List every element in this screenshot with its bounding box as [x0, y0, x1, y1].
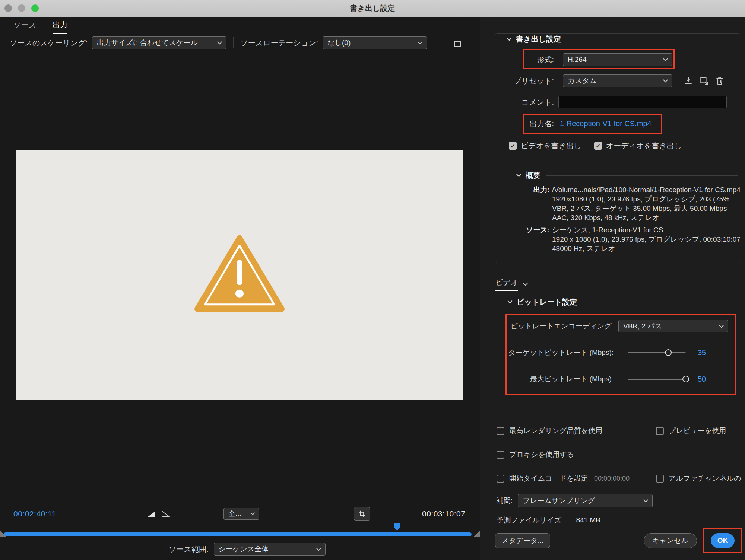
preview-swap-icon[interactable]: [451, 36, 466, 49]
metadata-button-label: メタデータ...: [502, 536, 544, 545]
use-proxies-row: プロキシを使用する: [497, 449, 574, 460]
slider-track[interactable]: [628, 379, 686, 380]
max-render-quality-label: 最高レンダリング品質を使用: [509, 426, 602, 436]
export-video-label: ビデオを書き出し: [521, 141, 581, 151]
export-settings-panel: 書き出し設定 形式: H.264 プリセット: カスタム: [480, 17, 745, 560]
chevron-down-icon[interactable]: [507, 300, 513, 304]
interpolation-row: 補間: フレームサンプリング: [497, 494, 653, 508]
target-bitrate-row: ターゲットビットレート (Mbps): 35: [480, 346, 706, 359]
out-point-icon: [162, 511, 170, 517]
summary-line: AAC, 320 Kbps, 48 kHz, ステレオ: [552, 213, 741, 222]
source-scaling-label: ソースのスケーリング:: [10, 38, 88, 48]
metadata-button[interactable]: メタデータ...: [495, 533, 550, 548]
output-name-link[interactable]: 1-Reception-V1 for CS.mp4: [560, 120, 652, 128]
export-audio-toggle[interactable]: オーディオを書き出し: [594, 141, 682, 151]
target-bitrate-value[interactable]: 35: [698, 349, 706, 357]
export-audio-label: オーディオを書き出し: [606, 141, 682, 151]
use-previews-label: プレビューを使用: [669, 426, 726, 436]
chevron-down-icon: [417, 41, 423, 45]
overlapping-frames-icon: [454, 38, 464, 48]
video-tab[interactable]: ビデオ: [495, 277, 528, 291]
max-bitrate-slider[interactable]: [628, 373, 686, 385]
divider: [233, 37, 234, 48]
slider-track[interactable]: [628, 352, 686, 353]
source-rotation-dropdown[interactable]: なし(0): [323, 36, 427, 49]
chevron-down-icon: [663, 79, 668, 83]
comment-input[interactable]: [558, 96, 727, 108]
target-bitrate-label: ターゲットビットレート (Mbps):: [480, 348, 614, 357]
cancel-button[interactable]: キャンセル: [644, 533, 697, 548]
export-video-toggle[interactable]: ビデオを書き出し: [509, 141, 581, 151]
source-range-label: ソース範囲:: [169, 544, 209, 554]
alpha-channel-checkbox[interactable]: [656, 475, 664, 483]
chevron-down-icon: [663, 58, 668, 61]
bitrate-encoding-value: VBR, 2 パス: [623, 321, 662, 331]
use-proxies-checkbox[interactable]: [497, 451, 504, 459]
preset-dropdown[interactable]: カスタム: [563, 74, 672, 87]
summary-line: /Volume...nals/iPad/100-Normal/1-Recepti…: [552, 185, 741, 194]
chevron-down-icon[interactable]: [516, 174, 522, 177]
slider-knob[interactable]: [665, 349, 672, 356]
export-toggles-row: ビデオを書き出し オーディオを書き出し: [509, 140, 682, 151]
scaling-controls-row: ソースのスケーリング: 出力サイズに合わせてスケール ソースローテーション: な…: [10, 35, 466, 50]
export-audio-checkbox[interactable]: [594, 142, 602, 150]
timeline-left-handle[interactable]: [0, 531, 6, 537]
tab-output[interactable]: 出力: [53, 20, 67, 34]
target-bitrate-slider[interactable]: [628, 346, 686, 359]
export-settings-header: 書き出し設定: [516, 34, 561, 44]
estimated-size-value: 841 MB: [576, 516, 600, 524]
bitrate-encoding-label: ビットレートエンコーディング:: [480, 321, 614, 331]
chevron-down-icon: [523, 283, 528, 286]
import-preset-button[interactable]: [684, 76, 693, 86]
preset-row: プリセット: カスタム: [480, 74, 725, 87]
max-bitrate-row: 最大ビットレート (Mbps): 50: [480, 373, 706, 385]
bitrate-encoding-dropdown[interactable]: VBR, 2 パス: [618, 320, 728, 332]
export-video-checkbox[interactable]: [509, 142, 517, 150]
summary-line: 1920x1080 (1.0), 23.976 fps, プログレッシブ, 20…: [552, 194, 741, 204]
chevron-down-icon[interactable]: [506, 37, 512, 41]
format-row: 形式: H.264: [480, 53, 672, 66]
estimated-size-label: 予測ファイルサイズ:: [497, 515, 563, 525]
interpolation-label: 補間:: [497, 496, 513, 506]
divider: [566, 39, 738, 39]
timeline-scrubber[interactable]: [0, 520, 480, 538]
set-in-point-button[interactable]: [148, 511, 156, 517]
max-render-quality-checkbox[interactable]: [497, 427, 504, 435]
slider-knob[interactable]: [682, 376, 689, 382]
save-preset-button[interactable]: [699, 76, 709, 86]
source-scaling-dropdown[interactable]: 出力サイズに合わせてスケール: [92, 36, 226, 49]
export-settings-header-row: 書き出し設定: [506, 34, 738, 44]
in-point-icon: [148, 511, 156, 517]
timeline-right-handle[interactable]: [474, 531, 480, 537]
use-proxies-label: プロキシを使用する: [509, 450, 574, 459]
set-start-timecode-checkbox[interactable]: [497, 475, 504, 483]
max-bitrate-value[interactable]: 50: [698, 375, 706, 384]
output-name-row: 出力名: 1-Reception-V1 for CS.mp4: [480, 117, 652, 130]
tab-source[interactable]: ソース: [13, 20, 36, 34]
summary-output-lines: /Volume...nals/iPad/100-Normal/1-Recepti…: [552, 185, 741, 222]
source-range-value: シーケンス全体: [219, 544, 269, 554]
interpolation-dropdown[interactable]: フレームサンプリング: [518, 494, 653, 508]
source-range-dropdown[interactable]: シーケンス全体: [214, 543, 326, 556]
timeline-bar[interactable]: [4, 532, 472, 536]
format-label: 形式:: [480, 55, 554, 65]
source-rotation-label: ソースローテーション:: [240, 38, 318, 48]
bitrate-header: ビットレート設定: [517, 297, 577, 307]
crop-button[interactable]: [354, 507, 370, 521]
preview-panel: ソース 出力 ソースのスケーリング: 出力サイズに合わせてスケール ソースローテ…: [0, 17, 480, 560]
set-start-timecode-label: 開始タイムコードを設定: [509, 474, 588, 483]
set-out-point-button[interactable]: [162, 511, 170, 517]
delete-preset-button[interactable]: [715, 76, 725, 86]
start-timecode-value: 00:00:00:00: [594, 475, 630, 483]
divider: [480, 418, 745, 418]
transport-bar: 00:02:40:11 全... 00:03:10:07: [0, 507, 480, 521]
render-quality-row: 最高レンダリング品質を使用 プレビューを使用: [497, 426, 742, 436]
format-dropdown[interactable]: H.264: [563, 53, 672, 66]
chevron-down-icon: [316, 548, 321, 551]
cancel-button-label: キャンセル: [652, 536, 688, 545]
current-timecode: 00:02:40:11: [13, 509, 56, 518]
save-preset-icon: [699, 76, 709, 86]
use-previews-checkbox[interactable]: [656, 427, 664, 435]
ok-button[interactable]: OK: [711, 533, 735, 548]
zoom-level-dropdown[interactable]: 全...: [224, 508, 259, 520]
